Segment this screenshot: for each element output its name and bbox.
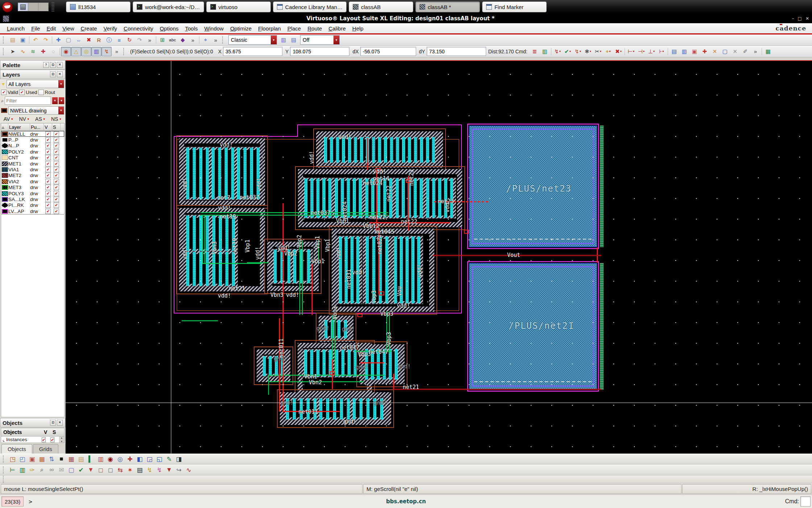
layers-close-icon[interactable]: ✕	[57, 71, 63, 77]
rotate-icon[interactable]: R	[94, 35, 104, 45]
layers-float-icon[interactable]: ⊡	[50, 71, 56, 77]
search-options-icon[interactable]: ▼	[52, 97, 58, 104]
cut-route-icon[interactable]: ✂▾	[593, 47, 603, 56]
toolbar-drag-handle[interactable]	[3, 36, 6, 44]
swap-window-icon[interactable]: ◧	[135, 455, 145, 464]
pin-gear-icon[interactable]: ⊣▾	[636, 47, 646, 56]
snap-left-icon[interactable]: ◱	[154, 455, 164, 464]
align-icon[interactable]: ≡	[114, 35, 124, 45]
layout-canvas[interactable]: vdd!vdd!vdd!net7net037vdd!net19Vbn3net19…	[66, 60, 812, 454]
layer-row[interactable]: POLY2drw✔✔	[1, 149, 64, 155]
signal-probe-icon[interactable]: △	[71, 47, 81, 56]
check-icon[interactable]: ✔	[45, 185, 51, 190]
layer-row[interactable]: LV...APdrw✔✔	[1, 208, 64, 214]
check-icon[interactable]: ✔	[45, 173, 51, 178]
redhat-menu-icon[interactable]	[2, 2, 13, 12]
display-options-icon[interactable]: ▤	[289, 35, 299, 45]
menu-place[interactable]: Place	[284, 24, 304, 33]
layer-visible-check[interactable]: ✔	[44, 161, 52, 167]
layer-select-check[interactable]: ✔	[52, 191, 61, 196]
chip-pin-icon[interactable]: ▥	[17, 466, 27, 475]
toolbar-drag-handle[interactable]	[3, 466, 6, 474]
objects-row[interactable]: ⌞ Instances✔✔▲▼	[1, 437, 64, 443]
add-region-icon[interactable]: ✚	[700, 47, 710, 56]
layer-select-check[interactable]: ✔	[52, 197, 61, 202]
layer-filter-select[interactable]: All Layers ▼	[7, 80, 64, 88]
taskbar-tab[interactable]: classAB *	[415, 1, 480, 12]
layer-select-check[interactable]: ✔	[52, 179, 61, 184]
toolbar-drag-handle[interactable]	[222, 36, 225, 44]
explode-red-icon[interactable]: ✶	[125, 466, 135, 475]
layer-visible-check[interactable]: ✔	[44, 202, 52, 208]
quick-av-button[interactable]: AV▼	[4, 116, 14, 122]
palette-tab-objects[interactable]: Objects	[1, 444, 32, 454]
resize-se-icon[interactable]: ◲	[145, 455, 154, 464]
funnel-route-icon[interactable]: ▼	[164, 466, 174, 475]
swap-region-icon[interactable]: ✕	[710, 47, 720, 56]
layer-row[interactable]: MET3drw✔✔	[1, 185, 64, 190]
mode-combo[interactable]: Off▼	[300, 35, 340, 45]
more-chevron-icon[interactable]: »	[112, 47, 122, 56]
layer-row[interactable]: POLY3drw✔✔	[1, 190, 64, 196]
menu-floorplan[interactable]: Floorplan	[255, 24, 284, 33]
palette-help-icon[interactable]: ?	[43, 62, 49, 68]
view-select-icon[interactable]: ◎	[115, 455, 125, 464]
inspect-pair-icon[interactable]: ⌕	[37, 466, 47, 475]
layer-row[interactable]: P...Pdrw✔✔	[1, 137, 64, 143]
pin-vertical-icon[interactable]: ⇅	[47, 455, 57, 464]
check-icon[interactable]: ✔	[45, 143, 51, 148]
check-icon[interactable]: ✔	[54, 202, 59, 208]
grid-cross-icon[interactable]: ✚	[125, 455, 135, 464]
descend-icon[interactable]: ⊞	[157, 35, 167, 45]
stamp-icon[interactable]: ✑	[27, 466, 37, 475]
more-chevron-icon[interactable]: »	[188, 35, 198, 45]
layer-select-check[interactable]: ✔	[52, 143, 61, 148]
redo-icon[interactable]: ↷	[41, 35, 51, 45]
objects-float-icon[interactable]: ⊡	[50, 420, 56, 426]
layer-row[interactable]: NWELLdrw✔✔	[1, 131, 64, 137]
update-icon[interactable]: ↻	[124, 35, 134, 45]
layer-visible-check[interactable]: ✔	[44, 137, 52, 143]
menu-edit[interactable]: Edit	[43, 24, 59, 33]
check-chip-icon[interactable]: ✔▾	[563, 47, 573, 56]
align-boxes-icon[interactable]: ▣	[27, 455, 37, 464]
taskbar-tab[interactable]: work@work-eda:~/D…	[133, 1, 204, 12]
menu-route[interactable]: Route	[304, 24, 325, 33]
check-icon[interactable]: ✔	[45, 131, 51, 137]
layer-visible-check[interactable]: ✔	[44, 179, 52, 184]
menu-create[interactable]: Create	[78, 24, 100, 33]
quick-ns-button[interactable]: NS▼	[51, 116, 62, 122]
stop-probe-icon[interactable]: ◉	[61, 47, 71, 56]
globe-red-icon[interactable]: ◉	[105, 455, 115, 464]
objects-scrollbar[interactable]: ▲▼	[59, 437, 64, 443]
layer-row[interactable]: PI...RKdrw✔✔	[1, 202, 64, 208]
check-icon[interactable]: ✔	[54, 143, 59, 148]
menu-launch[interactable]: Launch	[4, 24, 28, 33]
route-flight-icon[interactable]: ↯▾	[552, 47, 563, 56]
wire-probe-pink-icon[interactable]: ↯	[154, 466, 164, 475]
coord-field-x[interactable]: 35.675	[223, 47, 282, 56]
layer-select-check[interactable]: ✔	[52, 202, 61, 208]
undo-icon[interactable]: ↶	[30, 35, 41, 45]
net-tree-icon[interactable]: ≣	[530, 47, 540, 56]
toolbar-drag-handle[interactable]	[123, 48, 127, 55]
funnel-warn-icon[interactable]: ▼	[86, 466, 96, 475]
cluster-blocks-icon[interactable]: ▦	[66, 455, 76, 464]
bar-chart-icon[interactable]: ▍	[86, 455, 96, 464]
layer-select-check[interactable]: ✔	[52, 209, 61, 214]
minimize-button[interactable]: –	[792, 16, 794, 21]
layer-visible-check[interactable]: ✔	[44, 155, 52, 160]
lamp-probe-icon[interactable]: ◎	[81, 47, 91, 56]
search-gear-icon[interactable]: ✱▾	[583, 47, 593, 56]
taskbar-tab[interactable]: virtuoso	[206, 1, 271, 12]
more-chevron-icon[interactable]: »	[145, 35, 155, 45]
menu-view[interactable]: View	[59, 24, 77, 33]
coord-field-dy[interactable]: 73.150	[427, 47, 486, 56]
palette-close-icon[interactable]: ✕	[57, 62, 63, 68]
toolbar-drag-handle[interactable]	[3, 455, 6, 463]
check-icon[interactable]: ✔	[54, 155, 59, 160]
check-icon[interactable]: ✔	[45, 209, 51, 214]
prop-editor2-icon[interactable]: ◻	[105, 466, 115, 475]
coord-field-dx[interactable]: -56.075	[360, 47, 416, 56]
maximize-button[interactable]: □	[798, 16, 802, 21]
